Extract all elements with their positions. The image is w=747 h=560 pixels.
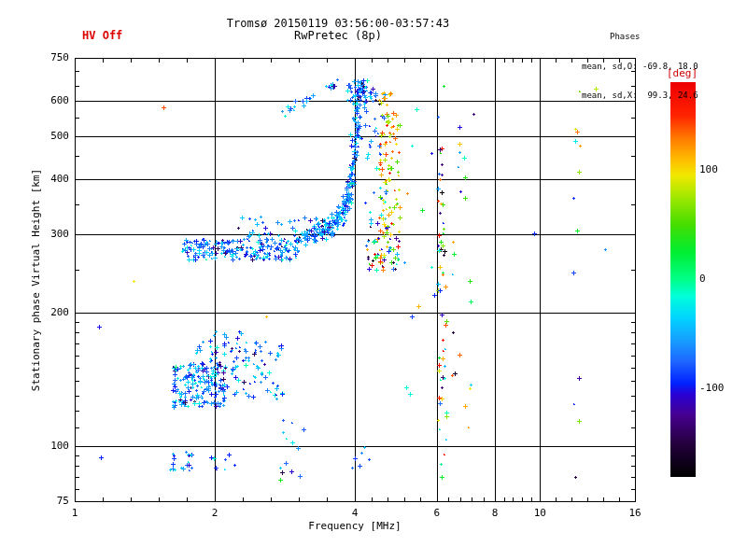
y-axis-title: Stationary phase Virtual Height [km] [30, 169, 42, 391]
x-tick-label: 6 [433, 507, 440, 519]
y-tick-label: 750 [28, 51, 69, 63]
y-tick-label: 600 [28, 94, 69, 106]
page-subtitle: RwPretec (8p) [58, 30, 618, 42]
y-tick-label: 500 [28, 130, 69, 142]
colorbar-tick-label: 100 [699, 163, 718, 175]
colorbar-tick-label: 0 [699, 273, 706, 285]
y-tick-label: 100 [28, 440, 69, 452]
x-axis-title: Frequency [MHz] [75, 520, 635, 532]
colorbar-unit-label: [deg] [667, 67, 698, 79]
colorbar-tick-label: -100 [699, 382, 725, 394]
phases-x-mode-line: mean, sd,X: 99.3, 24.6 [582, 91, 698, 101]
phases-heading: Phases [582, 32, 698, 42]
hv-status-label: HV Off [82, 29, 122, 42]
y-tick-label: 400 [28, 173, 69, 185]
y-tick-label: 75 [28, 495, 69, 507]
x-tick-label: 8 [492, 507, 499, 519]
x-tick-label: 10 [534, 507, 546, 519]
x-tick-label: 1 [72, 507, 78, 519]
x-tick-label: 2 [212, 507, 218, 519]
y-tick-label: 300 [28, 228, 69, 240]
y-tick-label: 200 [28, 306, 69, 318]
x-tick-label: 4 [352, 507, 359, 519]
ionogram-figure: Tromsø 20150119 03:56:00-03:57:43 RwPret… [0, 0, 747, 560]
phase-stats-block: Phases mean, sd,O: -69.8, 18.0 mean, sd,… [582, 12, 698, 120]
x-tick-label: 16 [628, 507, 641, 519]
